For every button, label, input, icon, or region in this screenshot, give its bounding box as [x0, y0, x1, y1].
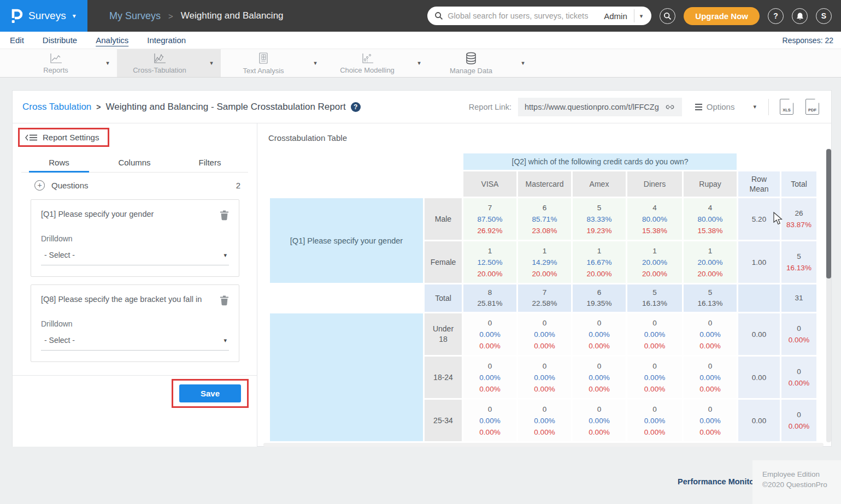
report-actions: Report Link: https://www.questionpro.com…: [469, 98, 821, 116]
column-header-total: Total: [781, 171, 816, 197]
page: Surveys ▾ My Surveys > Weighting and Bal…: [0, 0, 841, 504]
drilldown-select[interactable]: - Select - ▾: [41, 251, 229, 265]
cross-tab-chart-icon: [152, 52, 167, 64]
upgrade-now-button[interactable]: Upgrade Now: [684, 7, 760, 25]
data-cell: 583.33%19.23%: [573, 198, 626, 240]
report-title: Weighting and Balancing - Sample Crossta…: [106, 102, 346, 112]
data-cell: 685.71%23.08%: [518, 198, 571, 240]
delete-question-button[interactable]: [220, 295, 229, 307]
question-text: [Q8] Please specify the age bracket you …: [41, 295, 220, 304]
search-scope-selector[interactable]: Admin: [601, 11, 634, 21]
crosstab-question-banner: [Q2] which of the following credit cards…: [463, 153, 737, 170]
help-icon[interactable]: ?: [351, 102, 361, 112]
footer: Performance Monitor Employee Edition ©20…: [0, 447, 841, 504]
line-chart-icon: [49, 52, 63, 64]
notifications-button[interactable]: [792, 8, 808, 24]
chevron-down-icon[interactable]: ▾: [202, 60, 221, 67]
total-row-cell: 722.58%: [518, 284, 571, 312]
pdf-label: PDF: [806, 108, 819, 112]
toolbar-reports[interactable]: Reports ▾: [13, 49, 117, 77]
row-total-cell: 2683.87%: [781, 198, 816, 240]
search-button[interactable]: [660, 8, 675, 24]
data-cell: 00.00%0.00%: [518, 357, 571, 398]
nav-edit[interactable]: Edit: [10, 35, 24, 45]
export-xls-button[interactable]: XLS: [780, 99, 793, 115]
question-card-q8: [Q8] Please specify the age bracket you …: [31, 284, 239, 362]
toolbar-manage-data[interactable]: Manage Data ▾: [428, 49, 532, 77]
total-row-cell: 825.81%: [463, 284, 516, 312]
performance-monitor-link[interactable]: Performance Monitor: [678, 477, 757, 486]
report-link-box[interactable]: https://www.questionpro.com/t/lFFCZg: [518, 98, 682, 116]
grand-total-cell: 31: [781, 284, 816, 312]
analytics-toolbar: Reports ▾ Cross-Tabulation ▾ Text Analys…: [0, 49, 841, 78]
link-icon[interactable]: [664, 102, 675, 112]
data-cell: 00.00%0.00%: [463, 313, 516, 355]
divider: [768, 99, 769, 115]
horizontal-scrollbar[interactable]: [263, 443, 824, 447]
user-avatar[interactable]: S: [816, 8, 832, 24]
edition-line1: Employee Edition: [762, 469, 841, 479]
add-question-button[interactable]: +: [34, 180, 45, 191]
settings-tabs: Rows Columns Filters: [21, 153, 248, 173]
chevron-down-icon[interactable]: ▾: [410, 60, 428, 67]
toolbar-cross-tabulation[interactable]: Cross-Tabulation ▾: [117, 49, 221, 77]
data-cell: 00.00%0.00%: [518, 313, 571, 355]
drilldown-select[interactable]: - Select - ▾: [41, 336, 229, 351]
data-cell: 120.00%20.00%: [684, 241, 737, 283]
drilldown-label: Drilldown: [41, 319, 229, 328]
search-icon: [663, 12, 672, 20]
options-menu[interactable]: Options ▾: [695, 102, 756, 111]
chevron-down-icon[interactable]: ▾: [306, 60, 325, 67]
delete-question-button[interactable]: [220, 210, 229, 222]
report-settings-toggle[interactable]: Report Settings: [20, 129, 108, 145]
annotation-save: Save: [172, 379, 249, 408]
row-label: Female: [425, 241, 462, 283]
data-cell: 00.00%0.00%: [627, 400, 682, 441]
toolbar-choice-modelling[interactable]: Choice Modelling ▾: [325, 49, 428, 77]
data-cell: 00.00%0.00%: [684, 357, 737, 398]
surveys-product-menu[interactable]: Surveys ▾: [0, 0, 87, 32]
search-scope-chevron-icon[interactable]: ▾: [634, 13, 646, 20]
product-menu-label: Surveys: [28, 10, 66, 22]
report-card: Cross Tabulation > Weighting and Balanci…: [12, 90, 832, 447]
chevron-down-icon[interactable]: ▾: [514, 60, 532, 67]
list-icon: [695, 104, 702, 110]
column-header-rupay: Rupay: [684, 171, 737, 197]
column-header-mastercard: Mastercard: [518, 171, 571, 197]
row-total-cell: 00.00%: [781, 400, 816, 441]
toolbar-text-analysis[interactable]: Text Analysis ▾: [221, 49, 325, 77]
save-button[interactable]: Save: [179, 384, 241, 402]
tab-rows[interactable]: Rows: [21, 153, 97, 172]
trash-icon: [220, 295, 229, 306]
nav-analytics[interactable]: Analytics: [96, 35, 128, 45]
data-cell: 787.50%26.92%: [463, 198, 516, 240]
toolbar-label: Choice Modelling: [340, 66, 395, 74]
data-cell: 116.67%20.00%: [573, 241, 626, 283]
cross-tabulation-link[interactable]: Cross Tabulation: [22, 102, 91, 112]
tab-columns[interactable]: Columns: [97, 153, 172, 172]
vertical-scrollbar-thumb[interactable]: [826, 149, 831, 278]
nav-integration[interactable]: Integration: [147, 35, 186, 45]
report-link-url[interactable]: https://www.questionpro.com/t/lFFCZg: [525, 103, 659, 111]
chevron-down-icon: ▾: [753, 103, 756, 110]
breadcrumb-my-surveys[interactable]: My Surveys: [109, 10, 161, 22]
questionpro-logo-icon: [10, 8, 23, 24]
vertical-scrollbar-track[interactable]: [826, 149, 831, 442]
export-pdf-button[interactable]: PDF: [805, 99, 819, 115]
tab-filters[interactable]: Filters: [172, 153, 248, 172]
data-cell: 00.00%0.00%: [463, 400, 516, 441]
nav-distribute[interactable]: Distribute: [43, 35, 77, 45]
page-fold: [815, 99, 819, 103]
row-label: 18-24: [425, 357, 462, 398]
chevron-down-icon[interactable]: ▾: [98, 60, 117, 67]
help-button[interactable]: ?: [768, 8, 784, 24]
report-header-bar: Cross Tabulation > Weighting and Balanci…: [13, 91, 831, 123]
row-label: 25-34: [425, 400, 462, 441]
questions-count: 2: [236, 181, 240, 190]
data-cell: 00.00%0.00%: [518, 400, 571, 441]
select-value: - Select -: [44, 251, 75, 259]
crosstab-title: Crosstabulation Table: [268, 133, 347, 143]
global-search-input[interactable]: [448, 11, 601, 20]
crosstab-area: Crosstabulation Table [Q2] which of the …: [258, 123, 831, 447]
toolbar-label: Text Analysis: [243, 67, 284, 75]
